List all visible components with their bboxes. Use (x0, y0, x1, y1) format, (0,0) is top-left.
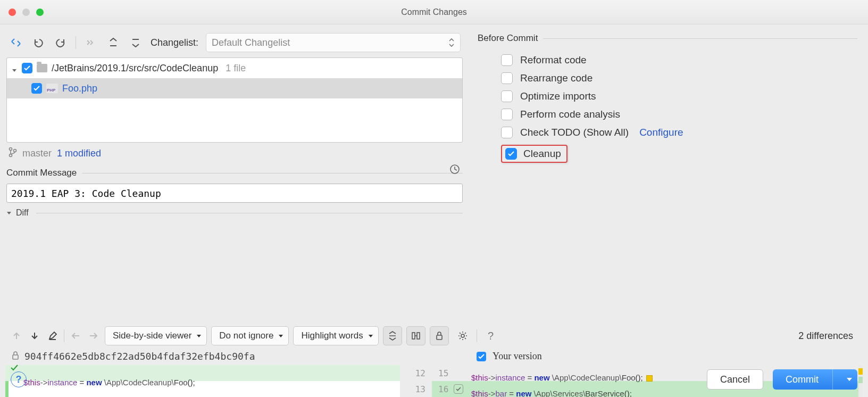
highlight-mode-select[interactable]: Highlight words (293, 326, 378, 345)
svg-rect-6 (437, 335, 442, 340)
next-file-icon[interactable] (87, 329, 101, 343)
more-actions-icon[interactable] (84, 35, 98, 50)
cancel-button[interactable]: Cancel (707, 369, 763, 390)
opt-code-analysis[interactable]: Perform code analysis (478, 105, 857, 123)
svg-rect-5 (417, 333, 420, 339)
file-checkbox[interactable] (31, 83, 42, 94)
diff-count: 2 differences (798, 330, 853, 342)
svg-rect-8 (13, 355, 18, 359)
branch-name: master (22, 148, 52, 159)
gear-icon[interactable] (453, 326, 472, 345)
commit-message-title: Commit Message (6, 168, 77, 178)
sync-scroll-icon[interactable] (406, 326, 425, 345)
collapse-all-icon[interactable] (128, 35, 143, 50)
folder-path: /JetBrains/2019.1/src/src/CodeCleanup (52, 63, 218, 74)
svg-point-2 (14, 150, 16, 152)
window-title: Commit Changes (401, 7, 467, 17)
lock-icon[interactable] (430, 326, 449, 345)
next-change-icon[interactable] (28, 329, 41, 343)
undo-icon[interactable] (31, 35, 46, 50)
branch-icon (9, 147, 17, 160)
collapse-unchanged-icon[interactable] (383, 326, 402, 345)
opt-rearrange[interactable]: Rearrange code (478, 69, 857, 87)
chevron-down-icon[interactable] (11, 65, 18, 71)
changelist-select[interactable]: Default Changelist (206, 33, 461, 52)
tree-file-row[interactable]: PHP Foo.php (7, 78, 462, 98)
changelist-value: Default Changelist (212, 37, 290, 48)
maximize-window-icon[interactable] (36, 9, 44, 16)
tree-folder-row[interactable]: /JetBrains/2019.1/src/src/CodeCleanup 1 … (7, 58, 462, 78)
branch-status[interactable]: 1 modified (57, 148, 101, 159)
before-commit-title: Before Commit (478, 33, 538, 44)
expand-all-icon[interactable] (106, 35, 121, 50)
opt-optimize-imports[interactable]: Optimize imports (478, 87, 857, 105)
commit-button[interactable]: Commit (773, 369, 857, 390)
opt-cleanup[interactable]: Cleanup (478, 142, 857, 166)
refresh-diff-icon[interactable] (9, 35, 23, 50)
history-icon[interactable] (449, 163, 461, 177)
svg-point-0 (10, 148, 12, 151)
php-file-icon: PHP (46, 84, 58, 93)
help-icon[interactable]: ? (481, 326, 500, 345)
title-bar: Commit Changes (0, 0, 868, 24)
chevron-down-icon[interactable] (6, 208, 12, 218)
chevron-down-icon (197, 335, 201, 337)
viewer-mode-select[interactable]: Side-by-side viewer (105, 326, 207, 345)
changes-tree[interactable]: /JetBrains/2019.1/src/src/CodeCleanup 1 … (6, 57, 463, 143)
prev-change-icon[interactable] (10, 329, 23, 343)
diff-section-title: Diff (16, 208, 29, 218)
folder-icon (37, 64, 47, 72)
file-count: 1 file (226, 63, 246, 74)
opt-reformat[interactable]: Reformat code (478, 51, 857, 69)
prev-file-icon[interactable] (69, 329, 82, 343)
right-checkbox[interactable] (477, 352, 486, 361)
commit-message-input[interactable] (6, 184, 463, 203)
file-name: Foo.php (62, 83, 97, 94)
chevron-down-icon[interactable] (847, 378, 852, 381)
svg-point-7 (461, 334, 464, 337)
folder-checkbox[interactable] (22, 63, 32, 73)
stepper-icon (448, 37, 455, 48)
separator (76, 36, 76, 49)
help-button[interactable]: ? (11, 371, 27, 387)
ignore-mode-select[interactable]: Do not ignore (211, 326, 289, 345)
chevron-down-icon (279, 335, 283, 337)
redo-icon[interactable] (53, 35, 68, 50)
edit-icon[interactable] (46, 329, 60, 343)
minimize-window-icon (22, 9, 30, 16)
configure-link[interactable]: Configure (639, 127, 683, 138)
svg-rect-4 (412, 333, 415, 339)
right-title: Your version (493, 351, 542, 362)
opt-check-todo[interactable]: Check TODO (Show All)Configure (478, 123, 857, 142)
changelist-label: Changelist: (151, 37, 198, 48)
chevron-down-icon (369, 335, 373, 337)
close-window-icon[interactable] (9, 9, 16, 16)
